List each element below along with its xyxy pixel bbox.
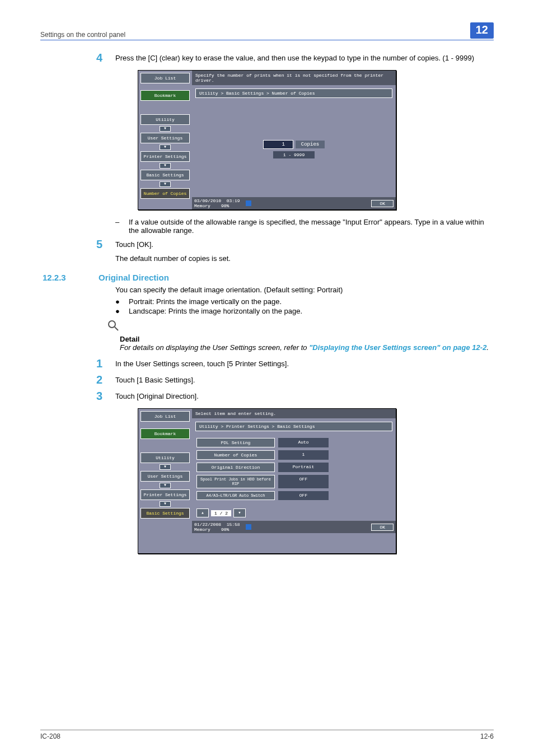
panel-breadcrumb: Utility > Basic Settings > Number of Cop… [195,88,392,98]
arrow-down-icon: ▾ [160,126,171,132]
step-b2-text: Touch [1 Basic Settings]. [115,374,195,384]
panel-instruction-2: Select item and enter setting. [192,409,396,418]
arrow-down-icon: ▾ [160,163,171,169]
setting-pdl-value: Auto [278,438,329,447]
step-5-text: Touch [OK]. [115,238,153,249]
arrow-down-icon: ▾ [160,501,171,507]
pager-label: 1 / 2 [211,510,231,516]
step-b1-number: 1 [96,357,115,370]
arrow-down-icon: ▾ [160,181,171,187]
detail-link[interactable]: "Displaying the User Settings screen" on… [309,343,486,352]
screenshot-basic-settings: Job List Bookmark Utility ▾ User Setting… [138,408,396,554]
setting-copies[interactable]: Number of Copies [196,450,275,460]
job-list-tab[interactable]: Job List [140,73,190,83]
chapter-number-badge: 12 [470,22,494,39]
screenshot-copies: Job List Bookmark Utility ▾ User Setting… [138,70,396,210]
arrow-down-icon: ▾ [160,464,171,470]
magnifier-icon [107,320,494,334]
memory-icon [246,200,251,206]
setting-original-direction[interactable]: Original Direction [196,463,275,472]
copies-input[interactable]: 1 [263,140,293,149]
step-b3-text: Touch [Original Direction]. [115,390,199,400]
bullet-landscape: Landscape: Prints the image horizontally… [129,307,302,315]
panel-breadcrumb-2: Utility > Printer Settings > Basic Setti… [195,422,392,431]
step-b3-number: 3 [96,390,115,403]
nav-utility[interactable]: Utility [140,452,190,463]
step-4-text: Press the [C] (clear) key to erase the v… [115,52,474,62]
setting-pdl[interactable]: PDL Setting [196,438,275,447]
header-breadcrumb: Settings on the control panel [40,31,125,39]
dash-bullet: – [115,218,129,235]
disc-bullet: ● [115,297,129,306]
step-b1-text: In the User Settings screen, touch [5 Pr… [115,357,289,368]
setting-original-direction-value: Portrait [278,463,329,472]
step-5-number: 5 [96,238,115,251]
page-footer: IC-208 12-6 [40,730,494,740]
step-b2-number: 2 [96,374,115,386]
nav-basic-settings[interactable]: Basic Settings [140,508,190,519]
bookmark-tab[interactable]: Bookmark [140,428,190,439]
setting-spool-value: OFF [278,475,329,488]
nav-user-settings[interactable]: User Settings [140,133,190,143]
detail-body: For details on displaying the User Setti… [120,343,494,352]
nav-user-settings[interactable]: User Settings [140,471,190,482]
nav-printer-settings[interactable]: Printer Settings [140,489,190,500]
footer-datetime: 03/09/2010 03:19 Memory 90% [194,198,240,208]
ok-button[interactable]: OK [371,524,394,531]
arrow-down-icon: ▾ [160,483,171,488]
setting-auto-switch[interactable]: A4/A3↔LTR/LGR Auto Switch [196,491,275,500]
section-intro: You can specify the default image orient… [115,286,494,294]
job-list-tab[interactable]: Job List [140,411,190,422]
bullet-portrait: Portrait: Prints the image vertically on… [129,297,282,306]
nav-basic-settings[interactable]: Basic Settings [140,170,190,180]
setting-spool[interactable]: Spool Print Jobs in HDD before RIP [196,475,275,488]
pager-down-button[interactable]: ▾ [233,508,246,517]
disc-bullet: ● [115,307,129,315]
svg-line-1 [115,327,118,330]
step-4-note: If a value outside of the allowable rang… [129,218,494,235]
ok-button[interactable]: OK [371,200,394,207]
page-header: Settings on the control panel 12 [40,22,494,40]
panel-instruction: Specify the number of prints when it is … [192,71,396,85]
step-5-result: The default number of copies is set. [115,254,494,263]
detail-heading: Detail [120,335,494,343]
copies-label: Copies [296,141,325,148]
nav-number-of-copies[interactable]: Number of Copies [140,188,190,199]
copies-range: 1 - 9999 [273,151,315,158]
step-4-number: 4 [96,52,115,64]
nav-printer-settings[interactable]: Printer Settings [140,151,190,162]
pager-up-button[interactable]: ▴ [196,508,209,517]
section-title: Original Direction [99,273,169,282]
footer-pagenum: 12-6 [480,732,494,740]
footer-datetime-2: 01/22/2008 15:58 Memory 90% [194,522,240,532]
memory-icon [246,524,251,530]
setting-auto-switch-value: OFF [278,491,329,500]
arrow-down-icon: ▾ [160,144,171,150]
svg-point-0 [109,321,115,328]
footer-model: IC-208 [40,732,60,740]
setting-copies-value: 1 [278,450,329,460]
nav-utility[interactable]: Utility [140,114,190,125]
bookmark-tab[interactable]: Bookmark [140,90,190,101]
section-number: 12.2.3 [40,273,99,282]
